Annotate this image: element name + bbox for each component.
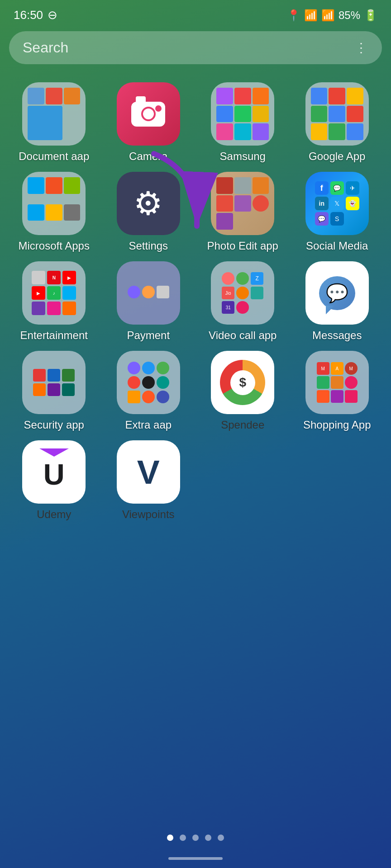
- status-right: 📍 📶 📶 85% 🔋: [287, 9, 377, 22]
- location-icon: 📍: [287, 9, 300, 22]
- app-item-document-aap[interactable]: Document aap: [9, 82, 99, 163]
- app-item-samsung[interactable]: Samsung: [198, 82, 288, 163]
- spendee-pie-icon: $: [220, 360, 265, 405]
- app-item-google-app[interactable]: Google App: [292, 82, 382, 163]
- app-label-microsoft-apps: Microsoft Apps: [19, 240, 90, 252]
- app-item-extra-aap[interactable]: Extra aap: [104, 351, 194, 431]
- app-label-photo-edit-app: Photo Edit app: [207, 240, 278, 252]
- app-label-spendee: Spendee: [221, 419, 264, 431]
- app-icon-entertainment: N ▶ ▶ ♪: [22, 261, 86, 325]
- app-label-entertainment: Entertainment: [20, 329, 88, 342]
- status-left: 16:50 ⊖: [14, 8, 57, 22]
- app-item-microsoft-apps[interactable]: Microsoft Apps: [9, 172, 99, 252]
- app-icon-document-aap: [22, 82, 86, 146]
- app-label-document-aap: Document aap: [19, 150, 89, 163]
- spendee-dollar-icon: $: [230, 370, 255, 395]
- page-dot-4[interactable]: [205, 835, 211, 841]
- app-item-spendee[interactable]: $ Spendee: [198, 351, 288, 431]
- app-item-udemy[interactable]: U Udemy: [9, 440, 99, 521]
- app-label-extra-aap: Extra aap: [125, 419, 172, 431]
- app-label-udemy: Udemy: [37, 508, 71, 521]
- app-icon-udemy: U: [22, 440, 86, 504]
- status-bar: 16:50 ⊖ 📍 📶 📶 85% 🔋: [0, 0, 391, 27]
- battery-icon: 🔋: [364, 9, 377, 22]
- app-icon-social-media: f 💬 ✈ in 𝕏 👻 💬 S: [305, 172, 369, 235]
- search-bar[interactable]: Search ⋮: [9, 31, 382, 64]
- app-item-payment[interactable]: Payment: [104, 261, 194, 342]
- page-dot-5[interactable]: [218, 835, 224, 841]
- app-label-samsung: Samsung: [220, 150, 266, 163]
- time-display: 16:50: [14, 8, 43, 22]
- search-placeholder: Search: [23, 39, 68, 56]
- app-label-viewpoints: Viewpoints: [122, 508, 175, 521]
- app-icon-messages: 💬: [305, 261, 369, 325]
- app-label-video-call-app: Video call app: [209, 329, 277, 342]
- app-item-photo-edit-app[interactable]: Photo Edit app: [198, 172, 288, 252]
- app-icon-photo-edit-app: [211, 172, 274, 235]
- app-icon-google-app: [305, 82, 369, 146]
- app-label-google-app: Google App: [309, 150, 365, 163]
- app-icon-microsoft-apps: [22, 172, 86, 235]
- app-item-social-media[interactable]: f 💬 ✈ in 𝕏 👻 💬 S Social Media: [292, 172, 382, 252]
- page-dot-3[interactable]: [192, 835, 199, 841]
- app-item-settings[interactable]: ⚙ Settings: [104, 172, 194, 252]
- app-item-camera[interactable]: Camera: [104, 82, 194, 163]
- app-item-security-app[interactable]: Security app: [9, 351, 99, 431]
- app-item-viewpoints[interactable]: V Viewpoints: [104, 440, 194, 521]
- home-indicator[interactable]: [168, 857, 223, 860]
- app-icon-shopping-app: M A M: [305, 351, 369, 414]
- app-icon-video-call-app: Z Jio 31: [211, 261, 274, 325]
- wifi-icon: 📶: [304, 9, 318, 22]
- app-icon-spendee: $: [211, 351, 274, 414]
- battery-text: 85%: [339, 9, 360, 22]
- app-icon-viewpoints: V: [117, 440, 180, 504]
- app-label-payment: Payment: [127, 329, 170, 342]
- app-label-messages: Messages: [312, 329, 362, 342]
- app-label-settings: Settings: [129, 240, 168, 252]
- dnd-icon: ⊖: [48, 8, 57, 22]
- app-item-video-call-app[interactable]: Z Jio 31 Video call app: [198, 261, 288, 342]
- app-item-messages[interactable]: 💬 Messages: [292, 261, 382, 342]
- message-bubble-icon: 💬: [319, 276, 355, 310]
- app-icon-payment: [117, 261, 180, 325]
- app-label-security-app: Security app: [24, 419, 84, 431]
- viewpoints-v-icon: V: [137, 453, 160, 491]
- app-icon-extra-aap: [117, 351, 180, 414]
- signal-icon: 📶: [321, 9, 335, 22]
- search-menu-button[interactable]: ⋮: [355, 40, 368, 55]
- app-item-shopping-app[interactable]: M A M Shopping App: [292, 351, 382, 431]
- app-icon-camera: [117, 82, 180, 146]
- app-grid: Document aap Camera: [0, 73, 391, 530]
- app-label-social-media: Social Media: [306, 240, 368, 252]
- page-dot-2[interactable]: [180, 835, 186, 841]
- app-label-camera: Camera: [129, 150, 167, 163]
- app-item-entertainment[interactable]: N ▶ ▶ ♪ Entertainment: [9, 261, 99, 342]
- page-dot-1[interactable]: [167, 835, 173, 841]
- page-dots: [0, 835, 391, 841]
- gear-icon: ⚙: [134, 184, 163, 222]
- app-icon-settings: ⚙: [117, 172, 180, 235]
- app-icon-samsung: [211, 82, 274, 146]
- app-label-shopping-app: Shopping App: [303, 419, 371, 431]
- app-icon-security-app: [22, 351, 86, 414]
